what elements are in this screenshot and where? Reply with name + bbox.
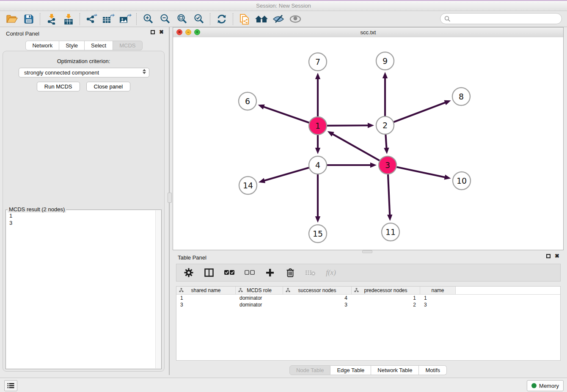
table-cell[interactable]: dominator [236,302,283,308]
toolbar-separator [210,13,211,25]
open-folder-icon[interactable] [3,12,20,26]
graph-node-label-7: 7 [315,57,320,66]
import-network-icon[interactable] [43,12,60,26]
float-panel-icon[interactable] [151,30,155,34]
delete-table-icon [305,266,316,279]
export-network-icon[interactable] [83,12,100,26]
vertical-splitter[interactable] [169,27,170,375]
float-table-panel-icon[interactable] [546,254,550,258]
close-panel-icon[interactable]: ✖ [159,30,164,34]
zoom-out-icon[interactable] [157,12,173,26]
search-box[interactable] [440,13,562,24]
mcds-result-box: MCDS result (2 nodes) 1 3 [6,210,162,369]
close-panel-button[interactable]: Close panel [86,82,131,91]
function-icon: f(x) [325,266,336,279]
tab-select[interactable]: Select [85,41,113,50]
table-cell[interactable]: 1 [352,295,420,301]
column-header-MCDS-role[interactable]: MCDS role [236,287,283,294]
network-canvas[interactable]: 7968124314101511 [173,37,563,250]
export-table-icon[interactable] [100,12,117,26]
refresh-layout-icon[interactable] [213,12,230,26]
arrowhead-1-4 [315,148,320,154]
zoom-in-icon[interactable] [140,12,157,26]
graph-node-label-14: 14 [243,181,253,190]
zoom-selected-icon[interactable] [190,12,207,26]
column-header-successor-nodes[interactable]: successor nodes [283,287,352,294]
app-title: Session: New Session [256,3,311,9]
optimization-label: Optimization criterion: [3,58,164,64]
column-header-shared-name[interactable]: shared name [176,287,236,294]
table-cell[interactable]: dominator [236,295,283,301]
table-cell[interactable]: 1 [420,295,456,301]
graph-node-label-10: 10 [457,176,467,185]
arrowhead-1-7 [315,73,320,79]
result-scrollbar[interactable] [155,210,161,368]
network-window-titlebar[interactable]: ✕ − + scc.txt [173,28,563,38]
graph-node-label-3: 3 [385,160,390,170]
table-cell[interactable]: 3 [420,302,456,308]
maximize-window-icon[interactable]: + [194,29,200,35]
search-input[interactable] [453,15,556,22]
arrowhead-4-15 [315,216,320,223]
hide-selected-icon[interactable] [270,12,287,26]
table-cell[interactable]: 3 [283,302,352,308]
tree-icon [179,288,184,293]
table-cell[interactable]: 1 [176,295,236,301]
arrowhead-4-3 [370,163,377,168]
tab-motifs[interactable]: Motifs [419,365,447,375]
tree-icon [354,288,359,293]
edge-2-8[interactable] [385,102,446,125]
column-header-name[interactable]: name [420,287,456,294]
tab-style[interactable]: Style [59,41,85,50]
clone-network-icon[interactable] [236,12,253,26]
export-image-icon[interactable] [117,12,134,26]
table-row[interactable]: 3dominator323 [176,301,560,308]
table-cell[interactable]: 2 [352,302,420,308]
memory-button[interactable]: Memory [527,380,564,391]
tab-edge-table[interactable]: Edge Table [330,365,371,375]
table-panel: Table Panel ✖ f(x) shared nameMCDS roles… [173,253,564,376]
optimization-value: strongly connected component [24,69,99,76]
select-all-icon[interactable] [224,266,235,279]
graph-node-label-15: 15 [313,229,323,238]
optimization-select[interactable]: strongly connected component [19,68,149,77]
table-panel-title: Table Panel [178,254,206,261]
mcds-result-text[interactable]: 1 3 [6,210,155,369]
table-cell[interactable]: 4 [283,295,352,301]
network-window-title: scc.txt [361,29,376,36]
gear-icon[interactable] [183,266,194,279]
tab-node-table[interactable]: Node Table [289,365,331,375]
show-panel-button[interactable] [4,380,17,391]
table-row[interactable]: 1dominator411 [176,295,560,301]
deselect-all-icon[interactable] [244,266,255,279]
close-table-panel-icon[interactable]: ✖ [555,254,559,258]
trash-icon[interactable] [285,266,296,279]
tab-network-table[interactable]: Network Table [371,365,419,375]
edge-3-1[interactable] [332,134,388,165]
toolbar-separator [80,13,80,25]
add-icon[interactable] [264,266,275,279]
tree-icon [286,288,290,293]
home-view-icon[interactable] [253,12,270,26]
arrowhead-2-3 [384,148,389,154]
run-mcds-button[interactable]: Run MCDS [37,82,80,91]
table-cell[interactable]: 3 [176,302,236,308]
save-icon[interactable] [20,12,37,26]
memory-label: Memory [539,383,559,389]
main-toolbar [0,11,567,27]
show-all-icon[interactable] [287,12,304,26]
graph-node-label-8: 8 [459,92,464,101]
status-bar: Memory [0,378,567,392]
tab-mcds[interactable]: MCDS [113,41,142,50]
column-header-predecessor-nodes[interactable]: predecessor nodes [352,287,420,294]
tab-network[interactable]: Network [25,41,59,50]
close-window-icon[interactable]: ✕ [176,29,182,35]
graph-node-label-9: 9 [383,56,388,66]
split-columns-icon[interactable] [204,266,215,279]
control-panel-tabs: NetworkStyleSelectMCDS [0,41,168,50]
import-table-icon[interactable] [60,12,77,26]
network-window: ✕ − + scc.txt 7968124314101511 [173,27,564,250]
splitter-handle[interactable] [168,193,172,203]
zoom-fit-icon[interactable] [173,12,190,26]
minimize-window-icon[interactable]: − [185,29,191,35]
